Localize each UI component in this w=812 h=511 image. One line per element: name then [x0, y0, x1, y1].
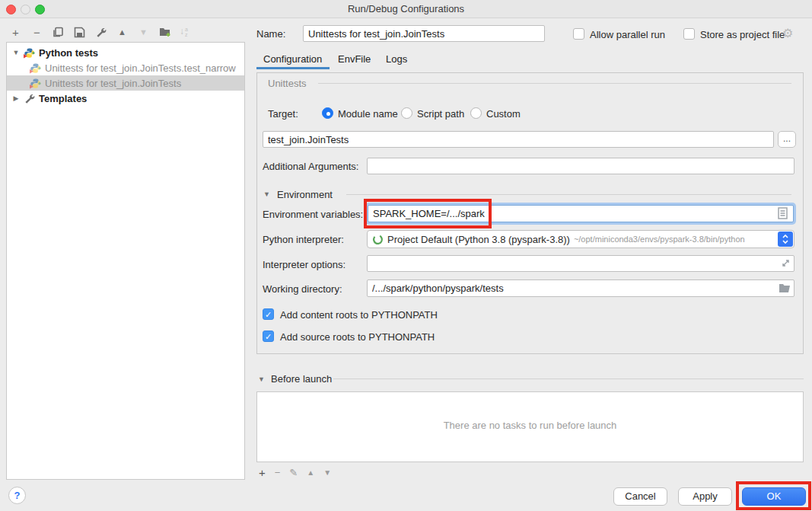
working-directory-folder-icon[interactable]: [779, 283, 791, 295]
environment-section-caret-icon[interactable]: ▼: [263, 190, 270, 198]
store-options-gear-icon[interactable]: ⚙: [782, 26, 793, 40]
store-as-project-file-label: Store as project file: [700, 29, 785, 40]
add-configuration-icon[interactable]: +: [9, 26, 22, 39]
add-source-roots-checkbox[interactable]: ✓: [263, 331, 274, 342]
allow-parallel-run-checkbox[interactable]: [573, 28, 584, 40]
store-as-project-file-checkbox[interactable]: [683, 28, 695, 40]
templates-wrench-icon: [24, 93, 35, 104]
no-tasks-message: There are no tasks to run before launch: [257, 420, 803, 431]
python-test-icon: [30, 78, 41, 89]
configurations-tree: ▼ Python tests Unittests for test_join.J…: [6, 42, 245, 480]
environment-section-label: Environment: [277, 189, 333, 200]
caret-expanded-icon[interactable]: ▼: [11, 49, 21, 56]
python-interpreter-label: Python interpreter:: [263, 234, 344, 245]
working-directory-label: Working directory:: [263, 283, 342, 295]
ok-button[interactable]: OK: [742, 487, 806, 506]
env-vars-browse-icon[interactable]: [778, 207, 788, 222]
target-custom-radio[interactable]: [470, 107, 482, 119]
edit-task-icon: ✎: [289, 467, 298, 478]
add-source-roots-label: Add source roots to PYTHONPATH: [280, 331, 435, 343]
caret-collapsed-icon[interactable]: ▶: [11, 94, 21, 102]
active-tab-indicator: [256, 67, 330, 69]
unittests-group-label: Unittests: [268, 78, 307, 89]
target-module-name-radio[interactable]: [322, 107, 333, 119]
sort-configurations-icon: ↓az: [180, 27, 188, 37]
move-down-icon: ▼: [137, 26, 150, 39]
tree-item-label: Python tests: [39, 47, 98, 59]
configurations-toolbar: + − ▲ ▼ ↓az: [9, 24, 188, 40]
additional-arguments-input[interactable]: [367, 158, 794, 174]
tab-configuration[interactable]: Configuration: [263, 53, 322, 65]
conda-env-icon: [372, 234, 384, 245]
additional-arguments-label: Additional Arguments:: [263, 161, 358, 172]
environment-variables-label: Environment variables:: [263, 209, 363, 220]
working-directory-input[interactable]: [367, 279, 794, 297]
move-task-down-icon: ▼: [323, 468, 331, 477]
python-interpreter-path: ~/opt/miniconda3/envs/pyspark-3.8/bin/py…: [574, 235, 745, 244]
add-content-roots-label: Add content roots to PYTHONPATH: [280, 309, 438, 321]
browse-target-button[interactable]: ...: [778, 131, 796, 148]
tasks-toolbar: + − ✎ ▲ ▼: [259, 465, 331, 479]
python-interpreter-select[interactable]: Project Default (Python 3.8 (pyspark-3.8…: [367, 230, 794, 248]
target-value-input[interactable]: [263, 131, 774, 148]
python-test-icon: [30, 62, 41, 74]
run-debug-configurations-dialog: Run/Debug Configurations + − ▲ ▼ ↓az ▼ P…: [0, 0, 812, 511]
tree-item-label: Templates: [39, 93, 87, 104]
edit-templates-icon[interactable]: [94, 26, 107, 39]
titlebar: Run/Debug Configurations: [0, 0, 812, 18]
python-tests-icon: [24, 47, 35, 59]
name-input[interactable]: [303, 25, 545, 42]
name-label: Name:: [256, 28, 285, 40]
move-task-up-icon: ▲: [307, 468, 314, 477]
apply-button[interactable]: Apply: [678, 487, 732, 506]
environment-variables-input[interactable]: [368, 205, 794, 222]
target-custom-label: Custom: [486, 108, 521, 120]
add-content-roots-checkbox[interactable]: ✓: [263, 308, 274, 320]
tree-item-unittest-narrow[interactable]: Unittests for test_join.JoinTests.test_n…: [7, 60, 244, 75]
copy-configuration-icon[interactable]: [52, 26, 65, 39]
remove-task-icon: −: [275, 467, 281, 478]
expand-field-icon[interactable]: [781, 258, 791, 270]
tree-item-unittest-jointests[interactable]: Unittests for test_join.JoinTests: [7, 75, 244, 91]
help-button[interactable]: ?: [8, 487, 26, 504]
interpreter-options-label: Interpreter options:: [263, 259, 345, 270]
tree-item-label: Unittests for test_join.JoinTests: [45, 78, 181, 89]
save-configuration-icon[interactable]: [73, 26, 86, 39]
before-launch-tasks-panel: There are no tasks to run before launch: [256, 391, 804, 462]
target-label: Target:: [268, 108, 298, 120]
window-title: Run/Debug Configurations: [0, 3, 812, 14]
allow-parallel-run-label: Allow parallel run: [590, 29, 665, 40]
interpreter-options-input[interactable]: [367, 255, 794, 272]
python-interpreter-value: Project Default (Python 3.8 (pyspark-3.8…: [387, 234, 570, 245]
tab-envfile[interactable]: EnvFile: [338, 53, 371, 65]
create-folder-icon[interactable]: [158, 26, 171, 39]
interpreter-dropdown-stepper-icon[interactable]: [778, 232, 793, 247]
target-script-path-radio[interactable]: [401, 107, 412, 119]
tree-item-label: Unittests for test_join.JoinTests.test_n…: [45, 62, 236, 74]
before-launch-caret-icon[interactable]: ▼: [258, 375, 265, 383]
before-launch-label: Before launch: [271, 373, 332, 385]
add-task-icon[interactable]: +: [259, 466, 266, 479]
remove-configuration-icon[interactable]: −: [30, 26, 43, 39]
tab-logs[interactable]: Logs: [386, 53, 407, 65]
tree-item-templates[interactable]: ▶ Templates: [7, 91, 244, 106]
tree-item-python-tests[interactable]: ▼ Python tests: [7, 45, 244, 60]
target-module-name-label: Module name: [338, 108, 398, 120]
target-script-path-label: Script path: [417, 108, 464, 120]
cancel-button[interactable]: Cancel: [613, 487, 667, 506]
move-up-icon[interactable]: ▲: [116, 26, 129, 39]
